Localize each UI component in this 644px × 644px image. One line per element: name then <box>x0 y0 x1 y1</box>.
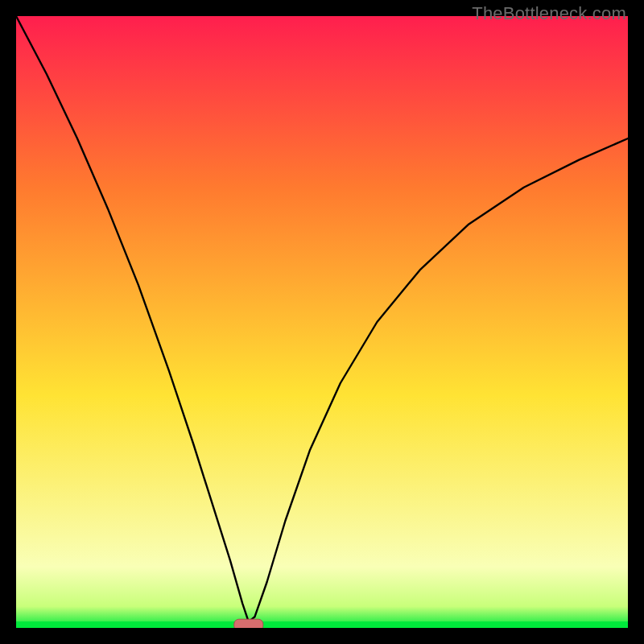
green-baseline-band <box>16 621 628 628</box>
bottleneck-chart <box>16 16 628 628</box>
chart-frame <box>16 16 628 628</box>
watermark-text: TheBottleneck.com <box>472 3 626 24</box>
optimal-point-marker <box>234 619 263 628</box>
gradient-background <box>16 16 628 628</box>
